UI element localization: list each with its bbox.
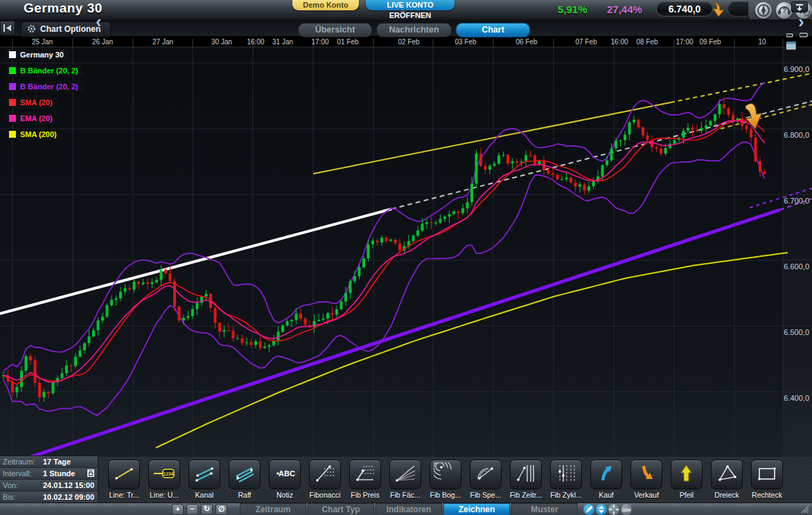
tool-fib-price[interactable]: Fib Preis <box>345 460 385 499</box>
legend-swatch-icon <box>9 115 16 122</box>
btab-zeichnen[interactable]: Zeichnen <box>443 503 510 515</box>
tool-label: Rechteck <box>747 491 787 499</box>
channel-icon <box>188 460 220 489</box>
tool-label: Fibonacci <box>305 491 345 499</box>
tool-fib-timezones[interactable]: Fib Zeitr... <box>506 460 546 499</box>
sell-arrow-icon <box>630 460 662 489</box>
help-support-icon[interactable]: ? <box>776 2 793 19</box>
legend-item-3[interactable]: SMA (20) <box>6 97 58 108</box>
tool-rectangle[interactable]: Rechteck <box>747 460 787 499</box>
legend-swatch-icon <box>9 131 16 138</box>
info-row-2: Von:24.01.12 15:00 <box>0 480 98 491</box>
toolbar-scroll-left[interactable]: ‹ <box>96 12 102 30</box>
tool-label: Fib Bog... <box>425 491 466 499</box>
x-axis-label-10: 06 Feb <box>515 38 538 46</box>
y-axis-label-3: 6.600,0 <box>784 262 809 271</box>
x-axis-label-13: 08 Feb <box>636 38 658 46</box>
tab-overview[interactable]: Übersicht <box>298 23 372 37</box>
instrument-title: Germany 30 <box>24 1 103 16</box>
tool-arrow-up[interactable]: Pfeil <box>667 460 707 499</box>
legend-label: EMA (20) <box>20 114 53 123</box>
demo-account-button[interactable]: Demo Konto <box>292 0 359 10</box>
app-header: Germany 30 Demo Konto LIVE KONTO ERÖFFNE… <box>0 0 812 20</box>
tab-news[interactable]: Nachrichten <box>376 23 452 37</box>
toolbar-scroll-right[interactable]: › <box>798 12 804 30</box>
tool-label: Dreieck <box>707 491 747 499</box>
tool-label: Raff <box>224 491 265 499</box>
drawing-tools: Line: Tr...1234Line: U...KanalRaffABCNot… <box>104 460 787 499</box>
tab-chart[interactable]: Chart <box>456 23 530 37</box>
btab-muster[interactable]: Muster <box>511 503 578 515</box>
maximize-window-icon[interactable] <box>786 40 796 53</box>
tool-label: Fib Zeitr... <box>506 491 546 499</box>
gear-icon <box>27 24 36 38</box>
note-icon: ABC <box>269 460 301 489</box>
tool-fibonacci[interactable]: Fibonacci <box>305 460 345 499</box>
chart-mode-tabs: ZeitraumChart TypIndikatorenZeichnenMust… <box>240 503 579 515</box>
percent-low-value: 5,91% <box>558 3 588 15</box>
y-axis-label-0: 6.900,0 <box>784 65 809 73</box>
tool-sell-arrow[interactable]: Verkauf <box>626 460 667 499</box>
tool-label: Kauf <box>586 491 626 499</box>
fib-fan-icon <box>389 460 421 489</box>
tool-label: Fib Zykl... <box>546 491 586 499</box>
legend-item-1[interactable]: B Bänder (20, 2) <box>6 65 83 76</box>
resize-grip[interactable] <box>800 503 810 515</box>
tool-note[interactable]: ABCNotiz <box>265 460 305 499</box>
collapse-toolbar-icon[interactable] <box>791 1 808 12</box>
tool-label: Verkauf <box>626 491 667 499</box>
x-axis-label-9: 03 Feb <box>454 38 477 46</box>
tool-fib-arcs[interactable]: Fib Bog... <box>425 460 466 499</box>
chart-info-panel: Zeitraum:17 TageIntervall:1 StundeVon:24… <box>0 455 98 504</box>
tool-trend-line[interactable]: Line: Tr... <box>104 460 144 499</box>
platform-compass-icon[interactable] <box>755 2 772 19</box>
tool-label: Notiz <box>265 491 305 499</box>
chart-canvas[interactable]: 25 Jan26 Jan27 Jan30 Jan16:0031 Jan17:00… <box>0 36 812 457</box>
tool-raff[interactable]: Raff <box>224 460 265 499</box>
tool-fib-fan[interactable]: Fib Fäc... <box>385 460 425 499</box>
legend-item-4[interactable]: EMA (20) <box>6 113 58 124</box>
trend-line-icon <box>108 460 140 489</box>
x-axis-label-1: 26 Jan <box>92 38 113 46</box>
tool-buy-arrow[interactable]: Kauf <box>586 460 626 499</box>
price-chart-svg: 25 Jan26 Jan27 Jan30 Jan16:0031 Jan17:00… <box>0 36 812 457</box>
x-axis-label-3: 30 Jan <box>211 38 232 46</box>
tool-fib-spiral[interactable]: Fib Spe... <box>466 460 506 499</box>
refresh-button[interactable]: ↻ <box>201 504 213 515</box>
clear-drawings-button[interactable]: ∅ <box>215 504 227 515</box>
legend-item-2[interactable]: B Bänder (20, 2) <box>6 81 83 92</box>
current-price-button[interactable]: 6.740,0 <box>656 1 713 17</box>
tool-label: Line: Tr... <box>104 491 144 499</box>
x-axis-label-4: 16:00 <box>247 38 264 46</box>
legend-swatch-icon <box>9 83 16 90</box>
price-down-arrow-icon <box>711 1 726 20</box>
legend-item-0[interactable]: Germany 30 <box>6 49 69 60</box>
crosshair-icon[interactable] <box>608 504 619 515</box>
interval-lock-icon[interactable] <box>87 469 95 479</box>
tool-fib-cycles[interactable]: Fib Zykl... <box>546 460 586 499</box>
zoom-out-button[interactable]: − <box>186 504 198 515</box>
tool-label: Fib Fäc... <box>385 491 425 499</box>
numbers-icon[interactable]: 1234 <box>621 504 632 515</box>
open-live-account-button[interactable]: LIVE KONTO ERÖFFNEN <box>366 0 454 10</box>
tool-channel[interactable]: Kanal <box>184 460 224 499</box>
chart-zoom-buttons: +−↻∅ <box>172 504 230 515</box>
btab-zeitraum[interactable]: Zeitraum <box>240 503 306 515</box>
minimize-icon[interactable] <box>786 28 793 40</box>
tool-level-line[interactable]: 1234Line: U... <box>144 460 184 499</box>
triangle-icon <box>711 460 743 489</box>
btab-chart-typ[interactable]: Chart Typ <box>308 503 374 515</box>
legend-swatch-icon <box>9 99 16 106</box>
btab-indikatoren[interactable]: Indikatoren <box>376 503 442 515</box>
tool-triangle[interactable]: Dreieck <box>707 460 747 499</box>
legend-item-5[interactable]: SMA (200) <box>6 129 62 140</box>
collapse-sidebar-icon[interactable] <box>0 21 15 35</box>
window-controls <box>783 28 812 53</box>
sort-arrows-icon[interactable] <box>596 504 607 515</box>
info-row-label: Intervall: <box>3 469 43 478</box>
buy-arrow-icon <box>590 460 622 489</box>
zoom-in-button[interactable]: + <box>172 504 184 515</box>
info-row-1: Intervall:1 Stunde <box>0 468 98 480</box>
y-axis-label-2: 6.700,0 <box>784 197 809 205</box>
pencil-icon[interactable] <box>583 504 594 515</box>
